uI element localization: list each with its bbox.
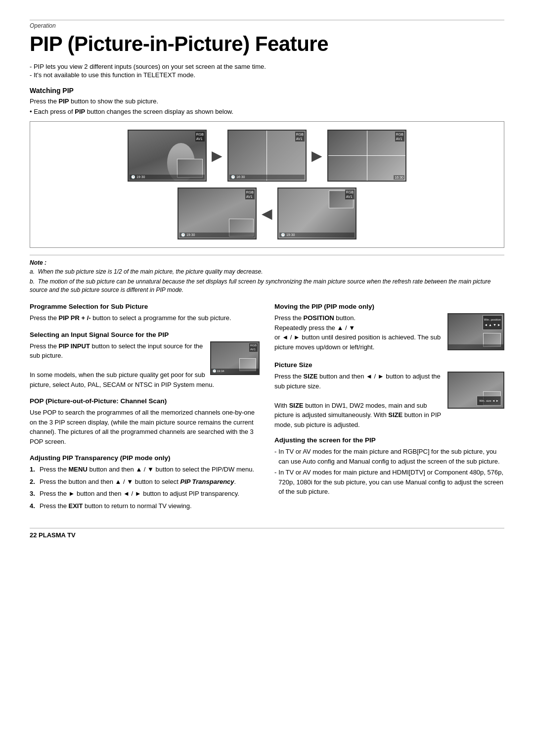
pip-arrow-3: ◀ bbox=[262, 207, 272, 221]
programme-selection-title: Programme Selection for Sub Picture bbox=[30, 303, 260, 310]
win-size-overlay: Win. size ◄ ► bbox=[477, 396, 501, 406]
input-signal-screen: RGBAV1 🕐 19:34 bbox=[210, 341, 260, 375]
adjusting-screen-bullet-2: In TV or AV modes for main picture and H… bbox=[274, 468, 504, 497]
bottom-rule bbox=[30, 528, 504, 528]
pip-screen-2-overlay: RGBAV1 bbox=[295, 132, 305, 142]
moving-pip-screen-wrap: Win. position ◄ ▲ ▼ ► bbox=[447, 313, 504, 350]
intro-item-1: PIP lets you view 2 different inputs (so… bbox=[30, 63, 504, 70]
input-signal-screen-wrap: RGBAV1 🕐 19:34 bbox=[210, 341, 260, 375]
picture-size-screen-wrap: Win. size ◄ ► bbox=[447, 372, 504, 409]
input-signal-body: RGBAV1 🕐 19:34 Press the PIP INPUT butto… bbox=[30, 341, 260, 390]
footer-text: 22 PLASMA TV bbox=[30, 531, 504, 539]
pip-screen-3: RGBAV1 16:30 bbox=[327, 130, 406, 182]
pip-screen-4: RGBAV1 🕐 19:30 bbox=[277, 188, 356, 239]
step-1: 1. Press the MENU button and then ▲ / ▼ … bbox=[30, 465, 260, 474]
pip-screen-3-overlay: RGBAV1 bbox=[395, 132, 404, 142]
pip-diagram: RGBAV1 🕐 19:30 ▶ RGBAV1 🕐 16:30 ▶ RGBAV1… bbox=[30, 121, 504, 248]
right-column: Moving the PIP (PIP mode only) Win. posi… bbox=[274, 303, 504, 513]
intro-item-2: It's not available to use this function … bbox=[30, 71, 504, 79]
picture-size-screen: Win. size ◄ ► bbox=[447, 372, 504, 409]
watching-pip-desc: Press the PIP button to show the sub pic… bbox=[30, 97, 504, 105]
moving-pip-title: Moving the PIP (PIP mode only) bbox=[274, 303, 504, 310]
left-column: Programme Selection for Sub Picture Pres… bbox=[30, 303, 260, 513]
pip-arrow-1: ▶ bbox=[212, 149, 222, 163]
adjusting-screen-section: Adjusting the screen for the PIP In TV o… bbox=[274, 436, 504, 497]
moving-pip-section: Moving the PIP (PIP mode only) Win. posi… bbox=[274, 303, 504, 353]
pop-title: POP (Picture-out-of-Picture: Channel Sca… bbox=[30, 397, 260, 405]
picture-size-body: Win. size ◄ ► Press the SIZE button and … bbox=[274, 372, 504, 429]
picture-size-title: Picture Size bbox=[274, 361, 504, 369]
two-col-layout: Programme Selection for Sub Picture Pres… bbox=[30, 303, 504, 513]
watching-pip-each-press: • Each press of PIP button changes the s… bbox=[30, 108, 504, 115]
picture-size-section: Picture Size Win. size ◄ ► Press the SIZ… bbox=[274, 361, 504, 429]
pip-diagram-bottom-row: RGBAV1 🕐 19:30 ◀ RGBAV1 🕐 19:30 bbox=[35, 188, 499, 239]
note-title: Note : bbox=[30, 259, 504, 266]
programme-selection-body: Press the PIP PR + /- button to select a… bbox=[30, 313, 260, 323]
pip-arrow-2: ▶ bbox=[312, 149, 322, 163]
top-rule bbox=[30, 20, 504, 20]
pip-screen-1: RGBAV1 🕐 19:30 bbox=[128, 130, 207, 182]
step-3: 3. Press the ► button and then ◄ / ► but… bbox=[30, 489, 260, 499]
step-2: 2. Press the button and then ▲ / ▼ butto… bbox=[30, 477, 260, 487]
adjusting-pip-title: Adjusting PIP Transparency (PIP mode onl… bbox=[30, 454, 260, 462]
pip-transparency-steps: 1. Press the MENU button and then ▲ / ▼ … bbox=[30, 465, 260, 511]
adjusting-screen-title: Adjusting the screen for the PIP bbox=[274, 436, 504, 444]
input-signal-overlay: RGBAV1 bbox=[249, 343, 258, 352]
pip-screen-4-overlay: RGBAV1 bbox=[345, 189, 355, 199]
moving-pip-body: Win. position ◄ ▲ ▼ ► Press the POSITION… bbox=[274, 313, 504, 353]
win-position-overlay: Win. position ◄ ▲ ▼ ► bbox=[483, 315, 502, 330]
note-item-a: a. When the sub picture size is 1/2 of t… bbox=[30, 268, 504, 276]
section-label: Operation bbox=[30, 22, 504, 29]
intro-list: PIP lets you view 2 different inputs (so… bbox=[30, 63, 504, 79]
pip-diagram-top-row: RGBAV1 🕐 19:30 ▶ RGBAV1 🕐 16:30 ▶ RGBAV1… bbox=[35, 130, 499, 182]
pip-screen-2: RGBAV1 🕐 16:30 bbox=[227, 130, 307, 182]
moving-pip-screen: Win. position ◄ ▲ ▼ ► bbox=[447, 313, 504, 350]
input-signal-title: Selecting an Input Signal Source for the… bbox=[30, 331, 260, 338]
note-item-b: b. The motion of the sub picture can be … bbox=[30, 278, 504, 294]
note-box: Note : a. When the sub picture size is 1… bbox=[30, 255, 504, 294]
pip-screen-5-overlay: RGBAV1 bbox=[245, 189, 255, 199]
page-title: PIP (Picture-in-Picture) Feature bbox=[30, 32, 504, 56]
pip-screen-1-overlay: RGBAV1 bbox=[195, 132, 205, 142]
pop-body: Use POP to search the programmes of all … bbox=[30, 408, 260, 446]
watching-pip-title: Watching PIP bbox=[30, 87, 504, 94]
pip-screen-5: RGBAV1 🕐 19:30 bbox=[178, 188, 257, 239]
adjusting-screen-bullet-1: In TV or AV modes for the main picture a… bbox=[274, 447, 504, 466]
step-4: 4. Press the EXIT button to return to no… bbox=[30, 501, 260, 511]
